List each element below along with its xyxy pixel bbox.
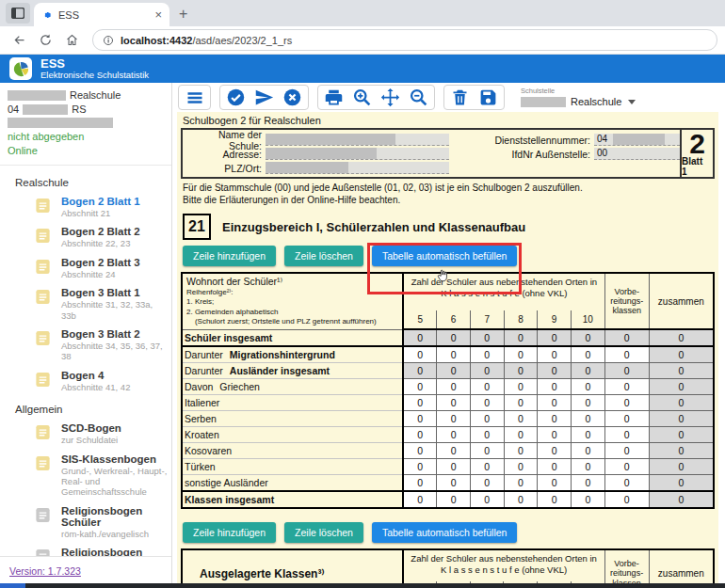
value-cell[interactable]: 0 [571, 411, 604, 427]
url-bar[interactable]: localhost:4432/asd/aes/2023/2_1_rs [92, 29, 717, 51]
value-cell[interactable]: 0 [538, 475, 572, 492]
value-cell[interactable]: 0 [504, 411, 538, 427]
value-cell[interactable]: 0 [538, 379, 572, 395]
cancel-icon[interactable] [282, 87, 302, 107]
delete-icon[interactable] [450, 87, 470, 107]
value-cell[interactable]: 0 [538, 346, 572, 363]
sidebar-item-religionsbogen-sch-ler[interactable]: Religionsbogen Schülerröm-kath./evangeli… [0, 501, 171, 543]
zoom-in-icon[interactable] [352, 87, 372, 107]
value-cell[interactable]: 0 [604, 475, 649, 492]
value-cell[interactable]: 0 [470, 443, 504, 459]
value-cell[interactable]: 0 [604, 427, 649, 443]
save-icon[interactable] [478, 87, 498, 107]
value-cell[interactable]: 0 [649, 427, 714, 443]
city-field[interactable] [266, 162, 449, 174]
value-cell[interactable]: 0 [403, 379, 437, 395]
value-cell[interactable]: 0 [437, 475, 471, 492]
value-cell[interactable]: 0 [604, 491, 649, 508]
value-cell[interactable]: 0 [437, 363, 471, 379]
value-cell[interactable]: 0 [470, 475, 504, 492]
value-cell[interactable]: 0 [437, 395, 471, 411]
value-cell[interactable]: 0 [571, 379, 604, 395]
name-field[interactable] [266, 134, 449, 146]
new-tab-button[interactable]: + [179, 6, 187, 23]
value-cell[interactable]: 0 [649, 395, 714, 411]
sidebar-item-bogen-2-blatt-2[interactable]: Bogen 2 Blatt 2Abschnitte 22, 23 [0, 222, 171, 252]
add-row-button-2[interactable]: Zeile hinzufügen [183, 522, 276, 543]
confirm-icon[interactable] [226, 87, 246, 107]
value-cell[interactable]: 0 [504, 346, 538, 363]
value-cell[interactable]: 0 [504, 427, 538, 443]
value-cell[interactable]: 0 [571, 427, 604, 443]
value-cell[interactable]: 0 [403, 395, 437, 411]
value-cell[interactable]: 0 [649, 443, 714, 459]
value-cell[interactable]: 0 [437, 346, 471, 363]
value-cell[interactable]: 0 [649, 329, 714, 346]
value-cell[interactable]: 0 [649, 346, 714, 363]
value-cell[interactable]: 0 [604, 395, 649, 411]
value-cell[interactable]: 0 [604, 411, 649, 427]
sidebar-item-bogen-4[interactable]: Bogen 4Abschnitte 41, 42 [0, 366, 171, 396]
schulstelle-select[interactable]: Schulstelle Realschule [521, 87, 636, 107]
info-icon[interactable] [103, 35, 114, 46]
value-cell[interactable]: 0 [504, 329, 538, 346]
ifdnr-field[interactable]: 00 [594, 148, 680, 160]
value-cell[interactable]: 0 [504, 443, 538, 459]
value-cell[interactable]: 0 [504, 395, 538, 411]
value-cell[interactable]: 0 [571, 443, 604, 459]
add-row-button[interactable]: Zeile hinzufügen [183, 246, 276, 266]
value-cell[interactable]: 0 [538, 491, 572, 508]
value-cell[interactable]: 0 [571, 459, 604, 475]
version-link[interactable]: Version: 1.7.323 [9, 565, 81, 577]
print-icon[interactable] [324, 87, 344, 107]
value-cell[interactable]: 0 [437, 491, 471, 508]
value-cell[interactable]: 0 [470, 395, 504, 411]
value-cell[interactable]: 0 [604, 363, 649, 379]
value-cell[interactable]: 0 [571, 475, 604, 492]
dienststellennummer-field[interactable]: 04 [594, 134, 680, 146]
value-cell[interactable]: 0 [470, 363, 504, 379]
value-cell[interactable]: 0 [538, 443, 572, 459]
value-cell[interactable]: 0 [649, 459, 714, 475]
value-cell[interactable]: 0 [437, 459, 471, 475]
value-cell[interactable]: 0 [437, 379, 471, 395]
value-cell[interactable]: 0 [403, 491, 437, 508]
value-cell[interactable]: 0 [571, 346, 604, 363]
value-cell[interactable]: 0 [571, 329, 604, 346]
autofill-table-button[interactable]: Tabelle automatisch befüllen [372, 246, 518, 266]
sidebar-item-scd-bogen[interactable]: SCD-Bogenzur Schuldatei [0, 419, 171, 449]
home-icon[interactable] [60, 29, 83, 52]
value-cell[interactable]: 0 [649, 379, 714, 395]
value-cell[interactable]: 0 [470, 491, 504, 508]
value-cell[interactable]: 0 [604, 443, 649, 459]
value-cell[interactable]: 0 [470, 411, 504, 427]
value-cell[interactable]: 0 [470, 459, 504, 475]
send-icon[interactable] [254, 87, 274, 107]
refresh-icon[interactable] [34, 29, 56, 52]
sidebar-item-bogen-2-blatt-3[interactable]: Bogen 2 Blatt 3Abschnitte 24 [0, 253, 171, 283]
sidebar-item-bogen-2-blatt-1[interactable]: Bogen 2 Blatt 1Abschnitt 21 [0, 192, 171, 222]
sidebar-item-bogen-3-blatt-2[interactable]: Bogen 3 Blatt 2Abschnitte 34, 35, 36, 37… [0, 325, 171, 366]
value-cell[interactable]: 0 [437, 443, 471, 459]
browser-tab[interactable]: ESS × [34, 3, 169, 26]
value-cell[interactable]: 0 [649, 363, 714, 379]
value-cell[interactable]: 0 [504, 363, 538, 379]
value-cell[interactable]: 0 [649, 491, 714, 508]
value-cell[interactable]: 0 [437, 329, 471, 346]
sidebar-item-sis-klassenbogen[interactable]: SIS-KlassenbogenGrund-, Werkreal-, Haupt… [0, 450, 171, 501]
menu-icon[interactable] [185, 87, 204, 107]
value-cell[interactable]: 0 [571, 395, 604, 411]
value-cell[interactable]: 0 [504, 459, 538, 475]
value-cell[interactable]: 0 [649, 411, 714, 427]
value-cell[interactable]: 0 [470, 329, 504, 346]
value-cell[interactable]: 0 [470, 379, 504, 395]
value-cell[interactable]: 0 [403, 329, 437, 346]
delete-row-button[interactable]: Zeile löschen [284, 246, 363, 266]
value-cell[interactable]: 0 [470, 427, 504, 443]
address-field[interactable] [266, 148, 449, 160]
value-cell[interactable]: 0 [571, 491, 604, 508]
value-cell[interactable]: 0 [403, 459, 437, 475]
sidebar-item-religionsbogen-lehrkr-fte[interactable]: Religionsbogen Lehrkräfteröm.-kath. [0, 543, 171, 556]
value-cell[interactable]: 0 [538, 427, 572, 443]
sidebar-item-bogen-3-blatt-1[interactable]: Bogen 3 Blatt 1Abschnitte 31, 32, 33a, 3… [0, 283, 171, 325]
